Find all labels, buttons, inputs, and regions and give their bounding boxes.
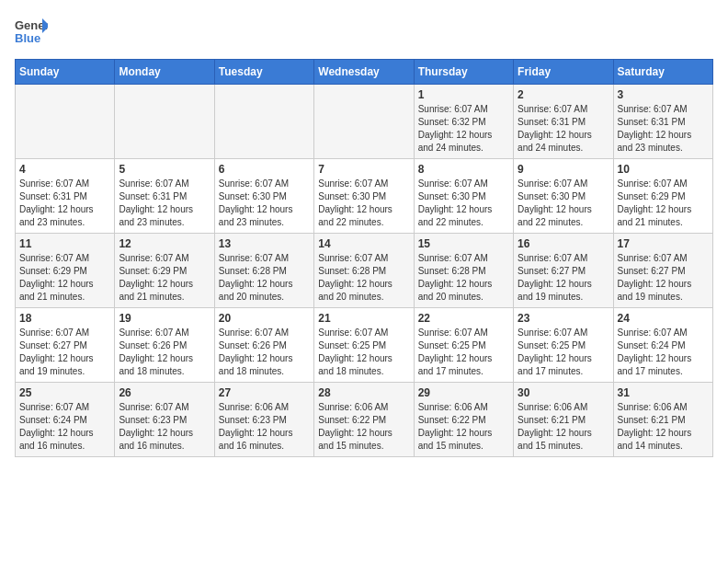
day-number: 31 [618, 386, 709, 399]
day-info: Sunrise: 6:07 AM Sunset: 6:27 PM Dayligh… [19, 327, 110, 378]
calendar-cell: 3Sunrise: 6:07 AM Sunset: 6:31 PM Daylig… [613, 85, 712, 159]
day-info: Sunrise: 6:06 AM Sunset: 6:21 PM Dayligh… [518, 401, 609, 453]
calendar-cell: 20Sunrise: 6:07 AM Sunset: 6:26 PM Dayli… [214, 308, 313, 383]
calendar-cell: 6Sunrise: 6:07 AM Sunset: 6:30 PM Daylig… [214, 159, 313, 234]
day-info: Sunrise: 6:07 AM Sunset: 6:26 PM Dayligh… [119, 327, 210, 378]
weekday-header-friday: Friday [514, 60, 613, 85]
day-number: 8 [418, 163, 509, 176]
day-number: 27 [219, 386, 310, 399]
day-info: Sunrise: 6:07 AM Sunset: 6:31 PM Dayligh… [119, 178, 210, 229]
day-info: Sunrise: 6:07 AM Sunset: 6:30 PM Dayligh… [219, 178, 310, 229]
day-number: 9 [518, 163, 609, 176]
day-number: 4 [19, 163, 110, 176]
day-number: 22 [418, 312, 509, 325]
calendar-cell: 10Sunrise: 6:07 AM Sunset: 6:29 PM Dayli… [613, 159, 712, 234]
logo-container: General Blue [15, 15, 48, 48]
day-number: 2 [518, 88, 609, 101]
calendar-cell: 30Sunrise: 6:06 AM Sunset: 6:21 PM Dayli… [514, 383, 613, 457]
day-info: Sunrise: 6:07 AM Sunset: 6:24 PM Dayligh… [618, 327, 709, 378]
calendar-cell: 31Sunrise: 6:06 AM Sunset: 6:21 PM Dayli… [613, 383, 712, 457]
calendar-cell [115, 85, 214, 159]
day-info: Sunrise: 6:07 AM Sunset: 6:25 PM Dayligh… [518, 327, 609, 378]
weekday-header-wednesday: Wednesday [314, 60, 414, 85]
weekday-header-tuesday: Tuesday [214, 60, 313, 85]
calendar-cell: 23Sunrise: 6:07 AM Sunset: 6:25 PM Dayli… [514, 308, 613, 383]
day-number: 28 [318, 386, 409, 399]
calendar-cell: 12Sunrise: 6:07 AM Sunset: 6:29 PM Dayli… [115, 234, 214, 308]
day-number: 16 [518, 237, 609, 250]
calendar-cell: 28Sunrise: 6:06 AM Sunset: 6:22 PM Dayli… [314, 383, 414, 457]
day-number: 25 [19, 386, 110, 399]
calendar-week-row: 11Sunrise: 6:07 AM Sunset: 6:29 PM Dayli… [16, 234, 713, 308]
day-info: Sunrise: 6:07 AM Sunset: 6:30 PM Dayligh… [518, 178, 609, 229]
day-number: 6 [219, 163, 310, 176]
day-info: Sunrise: 6:07 AM Sunset: 6:25 PM Dayligh… [418, 327, 509, 378]
day-info: Sunrise: 6:07 AM Sunset: 6:31 PM Dayligh… [618, 103, 709, 155]
day-info: Sunrise: 6:07 AM Sunset: 6:32 PM Dayligh… [418, 103, 509, 155]
calendar-cell: 25Sunrise: 6:07 AM Sunset: 6:24 PM Dayli… [16, 383, 115, 457]
day-number: 1 [418, 88, 509, 101]
day-info: Sunrise: 6:07 AM Sunset: 6:27 PM Dayligh… [518, 252, 609, 304]
day-number: 10 [618, 163, 709, 176]
calendar-cell: 19Sunrise: 6:07 AM Sunset: 6:26 PM Dayli… [115, 308, 214, 383]
day-info: Sunrise: 6:07 AM Sunset: 6:28 PM Dayligh… [418, 252, 509, 304]
day-number: 3 [618, 88, 709, 101]
weekday-header-monday: Monday [115, 60, 214, 85]
day-info: Sunrise: 6:06 AM Sunset: 6:21 PM Dayligh… [618, 401, 709, 453]
day-number: 15 [418, 237, 509, 250]
day-number: 20 [219, 312, 310, 325]
day-number: 14 [318, 237, 409, 250]
calendar-cell: 18Sunrise: 6:07 AM Sunset: 6:27 PM Dayli… [16, 308, 115, 383]
day-info: Sunrise: 6:07 AM Sunset: 6:31 PM Dayligh… [518, 103, 609, 155]
calendar-week-row: 25Sunrise: 6:07 AM Sunset: 6:24 PM Dayli… [16, 383, 713, 457]
day-info: Sunrise: 6:07 AM Sunset: 6:24 PM Dayligh… [19, 401, 110, 453]
calendar-body: 1Sunrise: 6:07 AM Sunset: 6:32 PM Daylig… [16, 85, 713, 457]
day-info: Sunrise: 6:07 AM Sunset: 6:27 PM Dayligh… [618, 252, 709, 304]
weekday-header-saturday: Saturday [613, 60, 712, 85]
day-number: 30 [518, 386, 609, 399]
day-info: Sunrise: 6:06 AM Sunset: 6:23 PM Dayligh… [219, 401, 310, 453]
calendar-cell: 4Sunrise: 6:07 AM Sunset: 6:31 PM Daylig… [16, 159, 115, 234]
calendar-cell: 27Sunrise: 6:06 AM Sunset: 6:23 PM Dayli… [214, 383, 313, 457]
day-number: 18 [19, 312, 110, 325]
day-info: Sunrise: 6:07 AM Sunset: 6:29 PM Dayligh… [119, 252, 210, 304]
day-number: 7 [318, 163, 409, 176]
calendar-cell: 22Sunrise: 6:07 AM Sunset: 6:25 PM Dayli… [414, 308, 513, 383]
calendar-week-row: 18Sunrise: 6:07 AM Sunset: 6:27 PM Dayli… [16, 308, 713, 383]
day-number: 29 [418, 386, 509, 399]
day-info: Sunrise: 6:07 AM Sunset: 6:25 PM Dayligh… [318, 327, 409, 378]
day-number: 23 [518, 312, 609, 325]
day-number: 21 [318, 312, 409, 325]
calendar-cell [16, 85, 115, 159]
calendar-cell: 17Sunrise: 6:07 AM Sunset: 6:27 PM Dayli… [613, 234, 712, 308]
day-number: 12 [119, 237, 210, 250]
calendar-cell: 8Sunrise: 6:07 AM Sunset: 6:30 PM Daylig… [414, 159, 513, 234]
day-info: Sunrise: 6:07 AM Sunset: 6:28 PM Dayligh… [219, 252, 310, 304]
calendar-header: SundayMondayTuesdayWednesdayThursdayFrid… [16, 60, 713, 85]
day-info: Sunrise: 6:07 AM Sunset: 6:30 PM Dayligh… [318, 178, 409, 229]
calendar-cell: 16Sunrise: 6:07 AM Sunset: 6:27 PM Dayli… [514, 234, 613, 308]
calendar-cell [214, 85, 313, 159]
weekday-header-thursday: Thursday [414, 60, 513, 85]
calendar-cell: 24Sunrise: 6:07 AM Sunset: 6:24 PM Dayli… [613, 308, 712, 383]
calendar-table: SundayMondayTuesdayWednesdayThursdayFrid… [15, 59, 713, 457]
page-header: General Blue [15, 15, 713, 48]
svg-text:Blue: Blue [15, 31, 40, 45]
day-info: Sunrise: 6:07 AM Sunset: 6:23 PM Dayligh… [119, 401, 210, 453]
day-info: Sunrise: 6:06 AM Sunset: 6:22 PM Dayligh… [418, 401, 509, 453]
weekday-header-row: SundayMondayTuesdayWednesdayThursdayFrid… [16, 60, 713, 85]
day-number: 5 [119, 163, 210, 176]
calendar-cell: 14Sunrise: 6:07 AM Sunset: 6:28 PM Dayli… [314, 234, 414, 308]
calendar-cell: 1Sunrise: 6:07 AM Sunset: 6:32 PM Daylig… [414, 85, 513, 159]
calendar-cell: 26Sunrise: 6:07 AM Sunset: 6:23 PM Dayli… [115, 383, 214, 457]
calendar-cell: 21Sunrise: 6:07 AM Sunset: 6:25 PM Dayli… [314, 308, 414, 383]
day-number: 19 [119, 312, 210, 325]
day-number: 26 [119, 386, 210, 399]
calendar-cell: 5Sunrise: 6:07 AM Sunset: 6:31 PM Daylig… [115, 159, 214, 234]
day-info: Sunrise: 6:07 AM Sunset: 6:30 PM Dayligh… [418, 178, 509, 229]
logo-bird-icon: General Blue [15, 15, 48, 48]
calendar-cell: 2Sunrise: 6:07 AM Sunset: 6:31 PM Daylig… [514, 85, 613, 159]
day-info: Sunrise: 6:07 AM Sunset: 6:28 PM Dayligh… [318, 252, 409, 304]
day-info: Sunrise: 6:07 AM Sunset: 6:29 PM Dayligh… [19, 252, 110, 304]
day-number: 17 [618, 237, 709, 250]
